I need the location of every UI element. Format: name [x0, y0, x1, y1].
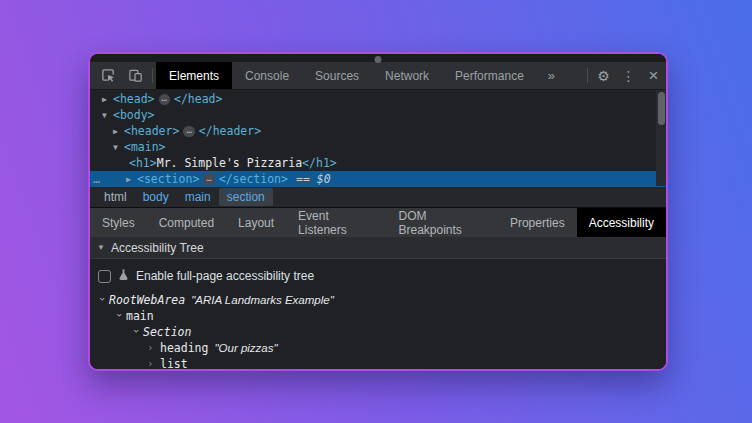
dom-tree-scrollbar[interactable] — [656, 90, 666, 186]
a11y-role: Section — [143, 324, 191, 340]
dom-node-main[interactable]: ▼<main> — [90, 139, 666, 155]
tab-performance[interactable]: Performance — [442, 62, 537, 89]
expand-arrow-icon[interactable]: ▶ — [126, 172, 137, 188]
collapse-arrow-icon[interactable]: ▼ — [113, 140, 124, 156]
a11y-name: "ARIA Landmarks Example" — [191, 292, 334, 308]
tab-dom-breakpoints[interactable]: DOM Breakpoints — [386, 208, 497, 237]
inline-expand-icon[interactable]: … — [203, 174, 214, 185]
inline-expand-icon[interactable]: … — [159, 94, 170, 105]
dom-node-header[interactable]: ▶<header>…</header> — [90, 123, 666, 139]
a11y-node-section[interactable]: ›Section — [90, 324, 666, 340]
enable-a11y-tree-label: Enable full-page accessibility tree — [136, 269, 314, 283]
enable-full-a11y-tree-row: Enable full-page accessibility tree — [90, 267, 666, 292]
text-node: Mr. Simple's Pizzaria — [157, 156, 302, 170]
breadcrumb-body[interactable]: body — [135, 188, 177, 206]
gear-icon[interactable]: ⚙ — [591, 62, 616, 89]
expand-arrow-icon[interactable]: ▶ — [102, 92, 113, 108]
chevron-down-icon[interactable]: › — [111, 310, 127, 321]
tab-elements[interactable]: Elements — [156, 62, 232, 89]
dom-node-section-selected[interactable]: …▶<section>…</section>== $0 — [90, 171, 666, 187]
expand-arrow-icon[interactable]: ▶ — [113, 124, 124, 140]
drag-handle-dot[interactable] — [375, 56, 382, 63]
flask-icon — [117, 268, 130, 284]
toolbar-right-controls: ⚙ ⋮ × — [584, 62, 666, 89]
toolbar-separator — [152, 68, 153, 83]
dom-node-head[interactable]: ▶<head>…</head> — [90, 91, 666, 107]
a11y-role: heading — [160, 340, 208, 356]
chevron-right-icon[interactable]: › — [147, 356, 160, 371]
a11y-node-main[interactable]: ›main — [90, 308, 666, 324]
accessibility-pane: Enable full-page accessibility tree ›Roo… — [90, 259, 666, 371]
inspect-element-icon[interactable] — [100, 68, 116, 84]
enable-a11y-tree-checkbox[interactable] — [98, 270, 111, 283]
chevron-down-icon[interactable]: › — [128, 326, 144, 337]
tab-accessibility[interactable]: Accessibility — [577, 208, 666, 237]
close-icon[interactable]: × — [641, 62, 666, 89]
dom-node-body[interactable]: ▼<body> — [90, 107, 666, 123]
selected-node-marker: == $0 — [296, 172, 331, 186]
tab-network[interactable]: Network — [372, 62, 442, 89]
section-collapse-arrow-icon[interactable]: ▼ — [97, 243, 105, 252]
tab-event-listeners[interactable]: Event Listeners — [286, 208, 386, 237]
devtools-drag-strip[interactable] — [90, 54, 666, 62]
a11y-role: main — [126, 308, 154, 324]
a11y-role: list — [160, 356, 188, 371]
sidebar-panel-tabs: Styles Computed Layout Event Listeners D… — [90, 207, 666, 237]
device-toolbar-icon[interactable] — [127, 68, 143, 84]
tag-close: </section> — [219, 172, 288, 186]
tag-open: <h1> — [129, 156, 157, 170]
toolbar-separator — [587, 68, 588, 83]
element-breadcrumb: html body main section — [90, 186, 666, 207]
tag-open: <main> — [124, 140, 166, 154]
dom-node-h1[interactable]: <h1>Mr. Simple's Pizzaria</h1> — [90, 155, 666, 171]
collapse-arrow-icon[interactable]: ▼ — [102, 108, 113, 124]
devtools-toolbar: Elements Console Sources Network Perform… — [90, 62, 666, 90]
inline-expand-icon[interactable]: … — [183, 126, 194, 137]
a11y-node-heading[interactable]: ›heading"Our pizzas" — [90, 340, 666, 356]
breadcrumb-main[interactable]: main — [177, 188, 219, 206]
section-title: Accessibility Tree — [111, 241, 204, 255]
tab-console[interactable]: Console — [232, 62, 302, 89]
elements-dom-tree: ▶<head>…</head> ▼<body> ▶<header>…</head… — [90, 90, 666, 186]
tag-close: </h1> — [302, 156, 337, 170]
a11y-node-list[interactable]: ›list — [90, 356, 666, 371]
tag-close: </header> — [199, 124, 261, 138]
devtools-window: Elements Console Sources Network Perform… — [88, 52, 668, 371]
more-tabs-icon[interactable]: » — [537, 62, 566, 89]
toolbar-left-icons — [90, 62, 149, 89]
tab-layout[interactable]: Layout — [226, 208, 286, 237]
chevron-down-icon[interactable]: › — [94, 294, 110, 305]
a11y-node-rootwebarea[interactable]: ›RootWebArea"ARIA Landmarks Example" — [90, 292, 666, 308]
tag-open: <header> — [124, 124, 179, 138]
kebab-menu-icon[interactable]: ⋮ — [616, 62, 641, 89]
tag-close: </head> — [174, 92, 222, 106]
accessibility-tree-section-header[interactable]: ▼ Accessibility Tree — [90, 237, 666, 259]
a11y-role: RootWebArea — [109, 292, 185, 308]
breadcrumb-section[interactable]: section — [219, 188, 273, 206]
tab-sources[interactable]: Sources — [302, 62, 372, 89]
a11y-name: "Our pizzas" — [214, 340, 277, 356]
tab-properties[interactable]: Properties — [498, 208, 577, 237]
breadcrumb-html[interactable]: html — [96, 188, 135, 206]
scrollbar-thumb[interactable] — [658, 92, 665, 125]
gutter-ellipsis-icon[interactable]: … — [93, 171, 101, 187]
chevron-right-icon[interactable]: › — [147, 340, 160, 356]
tag-open: <section> — [137, 172, 199, 186]
tag-open: <head> — [113, 92, 155, 106]
tab-styles[interactable]: Styles — [90, 208, 147, 237]
tag-open: <body> — [113, 108, 155, 122]
tab-computed[interactable]: Computed — [147, 208, 226, 237]
